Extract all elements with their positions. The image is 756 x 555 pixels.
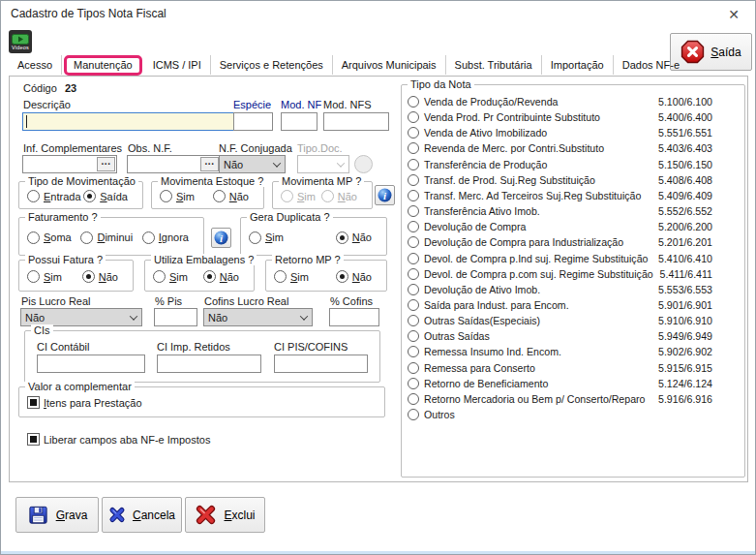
radio-button[interactable] — [408, 346, 419, 357]
radio-button[interactable] — [213, 190, 226, 202]
radio-option-sim[interactable]: Sim — [249, 231, 284, 244]
radio-button[interactable] — [408, 174, 419, 186]
tab-importacao[interactable]: Importação — [542, 55, 614, 75]
radio-button[interactable] — [336, 231, 348, 244]
radio-option-saida[interactable]: Saída — [83, 190, 128, 202]
nota-option-devolucao-de-compra-para-industrializacao[interactable]: Devolução de Compra para Industrializaçã… — [408, 234, 740, 250]
nota-option-outros[interactable]: Outros — [408, 407, 740, 422]
radio-button[interactable] — [160, 190, 172, 202]
radio-option-ignora[interactable]: Ignora — [142, 231, 189, 244]
radio-button[interactable] — [408, 236, 419, 248]
nota-option-remessa-insumo-ind-encom[interactable]: Remessa Insumo Ind. Encom.5.902/6.902 — [408, 344, 740, 359]
tab-subst-tributaria[interactable]: Subst. Tributária — [446, 55, 542, 75]
nota-option-venda-de-producao-revenda[interactable]: Venda de Produção/Revenda5.100/6.100 — [408, 94, 740, 109]
info-button-faturamento[interactable]: i — [211, 228, 231, 248]
radio-option-nao[interactable]: Não — [336, 270, 372, 283]
videos-button[interactable]: Videos — [9, 30, 32, 53]
pct-cofins-input[interactable] — [329, 308, 379, 326]
radio-button[interactable] — [153, 270, 166, 283]
nota-option-transf-de-prod-suj-reg-substituicao[interactable]: Transf. de Prod. Suj.Reg Substituição5.4… — [408, 172, 740, 188]
radio-option-diminui[interactable]: Diminui — [80, 231, 133, 244]
ellipsis-button[interactable]: ··· — [97, 157, 115, 171]
tab-arquivos-municipais[interactable]: Arquivos Municipais — [333, 55, 446, 75]
radio-option-entrada[interactable]: Entrada — [27, 190, 81, 202]
close-icon[interactable]: ✕ — [724, 6, 743, 23]
radio-button[interactable] — [408, 409, 419, 420]
radio-button[interactable] — [408, 393, 419, 405]
radio-button[interactable] — [27, 190, 40, 202]
nf-conjugada-select[interactable]: Não — [219, 155, 286, 173]
radio-button[interactable] — [408, 253, 419, 264]
obs-nf-input[interactable]: ··· — [127, 155, 221, 173]
radio-button[interactable] — [408, 127, 419, 139]
tab-dados-nf-e[interactable]: Dados NF-e — [614, 55, 688, 75]
nota-option-retorno-de-beneficiamento[interactable]: Retorno de Beneficiamento5.124/6.124 — [408, 376, 740, 391]
pct-pis-input[interactable] — [154, 308, 197, 326]
ci-imp-retidos-input[interactable] — [157, 355, 261, 373]
radio-button[interactable] — [336, 270, 348, 283]
radio-option-nao[interactable]: Não — [82, 270, 118, 283]
nota-option-venda-de-ativo-imobilizado[interactable]: Venda de Ativo Imobilizado5.551/6.551 — [408, 125, 740, 140]
radio-option-soma[interactable]: Soma — [27, 231, 72, 244]
descricao-input[interactable] — [22, 112, 235, 131]
nota-option-devol-de-compra-p-com-suj-regime-substituicao[interactable]: Devol. de Compra p.com suj. Regime Subst… — [408, 266, 740, 282]
radio-button[interactable] — [408, 378, 419, 389]
nota-option-devolucao-de-compra[interactable]: Devolução de Compra5.200/6.200 — [408, 219, 740, 234]
radio-button[interactable] — [408, 315, 419, 326]
radio-button[interactable] — [408, 299, 419, 311]
cofins-select[interactable]: Não — [203, 308, 313, 326]
nota-option-devol-de-compra-p-ind-suj-regime-substituicao[interactable]: Devol. de Compra p.Ind suj. Regime Subst… — [408, 251, 740, 266]
radio-button[interactable] — [408, 205, 419, 217]
nota-option-retorno-mercadoria-ou-bem-p-conserto-reparo[interactable]: Retorno Mercadoria ou Bem p/ Conserto/Re… — [408, 391, 740, 407]
radio-option-nao[interactable]: Não — [336, 231, 372, 244]
ci-contabil-input[interactable] — [37, 355, 145, 373]
nota-option-transferencia-de-producao[interactable]: Transferência de Produção5.150/6.150 — [408, 157, 740, 172]
exclui-button[interactable]: Exclui — [185, 497, 265, 533]
radio-button[interactable] — [408, 284, 419, 295]
nota-option-transf-merc-ad-terceiros-suj-reg-substituicao[interactable]: Transf. Merc. Ad Terceiros Suj.Reg Subst… — [408, 188, 740, 203]
radio-button[interactable] — [408, 268, 419, 280]
nota-option-devolucao-de-ativo-imob[interactable]: Devolução de Ativo Imob.5.553/6.553 — [408, 282, 740, 297]
radio-button[interactable] — [408, 362, 419, 374]
radio-button[interactable] — [408, 190, 419, 201]
grava-button[interactable]: Grava — [15, 497, 99, 533]
inf-complementares-input[interactable]: ··· — [22, 155, 117, 173]
cancela-button[interactable]: Cancela — [102, 497, 182, 533]
radio-option-sim[interactable]: Sim — [153, 270, 188, 283]
nota-option-outras-saidas-especiais[interactable]: Outras Saídas(Especiais)5.910/6.910 — [408, 313, 740, 328]
ellipsis-button[interactable]: ··· — [200, 157, 219, 171]
radio-option-nao[interactable]: Não — [213, 190, 249, 202]
nota-option-revenda-de-merc-por-contri-substituto[interactable]: Revenda de Merc. por Contri.Substituto5.… — [408, 140, 740, 156]
especie-input[interactable] — [233, 112, 273, 131]
nota-option-outras-saidas[interactable]: Outras Saídas5.949/6.949 — [408, 328, 740, 344]
tab-icms-ipi[interactable]: ICMS / IPI — [144, 55, 211, 75]
checkbox-mixed-icon[interactable] — [27, 396, 40, 409]
radio-option-sim[interactable]: Sim — [274, 270, 309, 283]
radio-button[interactable] — [408, 330, 419, 342]
tab-manutencao[interactable]: Manutenção — [64, 55, 142, 76]
tab-servicos-e-retencoes[interactable]: Serviços e Retenções — [211, 55, 333, 75]
tab-acesso[interactable]: Acesso — [9, 55, 62, 75]
radio-button[interactable] — [408, 221, 419, 232]
radio-option-nao[interactable]: Não — [203, 270, 239, 283]
radio-button[interactable] — [27, 231, 40, 244]
checkbox-mixed-icon[interactable] — [27, 433, 40, 446]
itens-para-prestacao-checkbox[interactable]: Itens para Prestação — [27, 396, 142, 409]
radio-button[interactable] — [408, 142, 419, 154]
radio-button[interactable] — [408, 111, 419, 123]
nota-option-transferencia-ativo-imob[interactable]: Transferência Ativo Imob.5.552/6.552 — [408, 203, 740, 219]
info-button-movimenta-mp[interactable]: i — [375, 185, 395, 205]
radio-button[interactable] — [27, 270, 40, 283]
radio-option-sim[interactable]: Sim — [27, 270, 62, 283]
radio-button[interactable] — [83, 190, 96, 202]
radio-button[interactable] — [274, 270, 287, 283]
radio-button[interactable] — [80, 231, 93, 244]
liberar-campos-checkbox[interactable]: Liberar campos aba NF-e Impostos — [27, 433, 210, 446]
mod-nf-input[interactable] — [281, 112, 318, 131]
radio-option-sim[interactable]: Sim — [160, 190, 195, 202]
ci-pis-cofins-input[interactable] — [274, 355, 368, 373]
nota-option-remessa-para-conserto[interactable]: Remessa para Conserto5.915/6.915 — [408, 360, 740, 376]
mod-nfs-input[interactable] — [323, 112, 389, 131]
radio-button[interactable] — [82, 270, 95, 283]
nota-option-venda-prod-pr-contribuinte-substituto[interactable]: Venda Prod. Pr Contribuinte Substituto5.… — [408, 109, 740, 125]
